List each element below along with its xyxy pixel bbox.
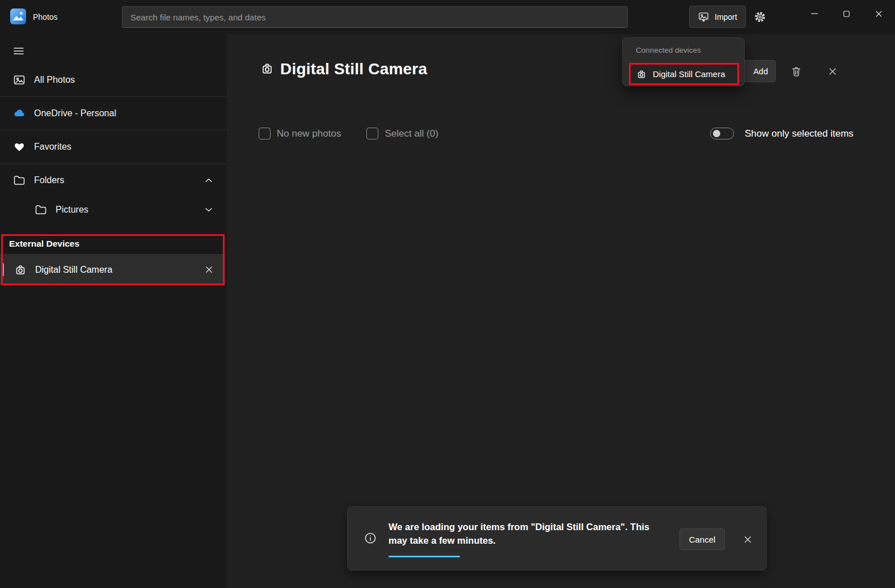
add-button-label: Add: [753, 67, 768, 76]
selection-accent-bar: [2, 263, 4, 276]
camera-device-icon: [260, 60, 275, 78]
connected-devices-flyout: Connected devices Digital Still Camera: [622, 37, 745, 86]
remove-device-button[interactable]: [199, 260, 218, 280]
sidebar-item-pictures[interactable]: Pictures: [0, 193, 226, 226]
camera-device-icon: [636, 69, 647, 80]
photos-app-logo-icon: [10, 9, 26, 24]
flyout-device-label: Digital Still Camera: [653, 69, 725, 79]
select-all-checkbox[interactable]: [366, 128, 378, 139]
sidebar-item-label: Pictures: [56, 205, 88, 215]
import-button-label: Import: [715, 12, 737, 22]
folder-icon: [12, 174, 26, 187]
import-button[interactable]: Import: [689, 6, 746, 28]
no-new-photos-label: No new photos: [277, 128, 341, 139]
sidebar-item-label: Favorites: [34, 142, 71, 152]
maximize-button[interactable]: [830, 0, 863, 27]
chevron-up-icon[interactable]: [202, 174, 215, 187]
sidebar-item-favorites[interactable]: Favorites: [0, 130, 226, 163]
main-content: Digital Still Camera No new photos Selec…: [227, 34, 895, 588]
app-title: Photos: [33, 12, 58, 22]
toast-message-line1: We are loading your items from "Digital …: [389, 520, 672, 534]
select-all-label: Select all (0): [385, 128, 438, 139]
sidebar-item-label: Folders: [34, 175, 64, 185]
folder-icon: [34, 203, 48, 217]
import-icon: [698, 11, 710, 23]
dismiss-toast-button[interactable]: [738, 530, 757, 549]
hamburger-menu-button[interactable]: [8, 41, 29, 61]
show-only-selected-toggle[interactable]: [710, 128, 734, 139]
flyout-item-digital-still-camera[interactable]: Digital Still Camera: [631, 65, 737, 83]
page-title-row: Digital Still Camera: [260, 60, 427, 78]
gear-icon: [754, 11, 766, 23]
show-only-selected-label: Show only selected items: [745, 128, 854, 139]
close-icon: [827, 66, 838, 77]
no-new-photos-checkbox[interactable]: [259, 128, 271, 139]
device-label: Digital Still Camera: [35, 265, 112, 275]
close-command-bar-button[interactable]: [822, 61, 843, 82]
toggle-knob: [713, 130, 720, 137]
sidebar-item-folders[interactable]: Folders: [0, 164, 226, 197]
flyout-header: Connected devices: [636, 46, 701, 54]
search-input[interactable]: [122, 6, 628, 28]
page-title: Digital Still Camera: [280, 60, 427, 78]
close-icon: [204, 264, 214, 275]
chevron-down-icon[interactable]: [202, 204, 215, 216]
sidebar-item-label: All Photos: [34, 75, 75, 85]
hamburger-icon: [12, 44, 26, 58]
filters-row: No new photos Select all (0): [259, 128, 438, 139]
progress-bar: [389, 556, 460, 557]
heart-icon: [12, 140, 26, 154]
sidebar-item-digital-still-camera[interactable]: Digital Still Camera: [0, 254, 225, 285]
photos-icon: [12, 73, 26, 87]
maximize-icon: [841, 9, 852, 19]
titlebar: Photos Import: [0, 0, 895, 34]
sidebar-item-onedrive[interactable]: OneDrive - Personal: [0, 97, 226, 130]
trash-icon: [790, 65, 803, 78]
toast-message: We are loading your items from "Digital …: [389, 520, 672, 547]
sidebar-item-all-photos[interactable]: All Photos: [0, 64, 226, 96]
info-icon: [364, 531, 377, 545]
window-caption-buttons: [798, 0, 895, 27]
close-window-button[interactable]: [863, 0, 895, 27]
delete-button[interactable]: [786, 61, 807, 82]
cancel-button[interactable]: Cancel: [679, 528, 725, 550]
external-devices-header-label: External Devices: [9, 239, 79, 249]
sidebar-item-label: OneDrive - Personal: [34, 108, 116, 119]
camera-device-icon: [14, 263, 27, 277]
external-devices-header: External Devices: [0, 234, 226, 254]
settings-gear-button[interactable]: [750, 7, 770, 27]
show-only-selected-row: Show only selected items: [710, 128, 854, 139]
close-icon: [873, 9, 884, 19]
minimize-button[interactable]: [798, 0, 830, 27]
onedrive-cloud-icon: [12, 107, 26, 120]
loading-toast: We are loading your items from "Digital …: [347, 506, 767, 570]
toast-message-line2: may take a few minutes.: [389, 534, 672, 547]
sidebar: All Photos OneDrive - Personal Favorites…: [0, 34, 227, 588]
close-icon: [742, 534, 753, 545]
minimize-icon: [809, 8, 820, 19]
